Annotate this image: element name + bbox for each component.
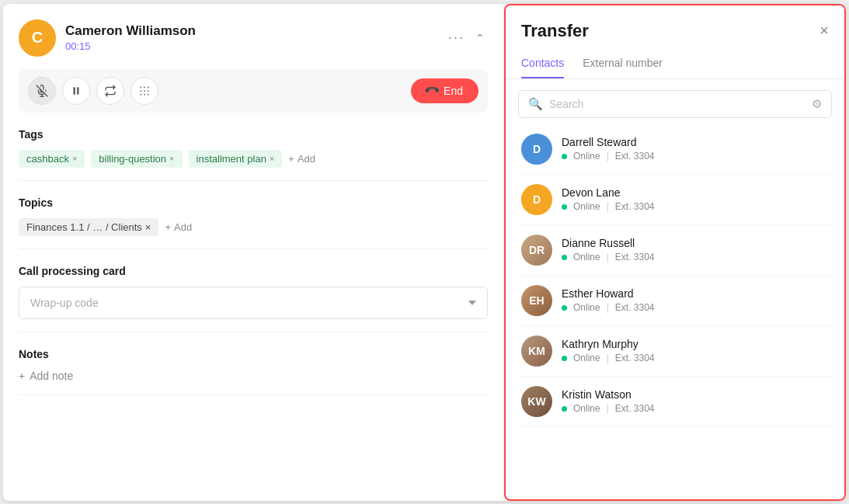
add-note-button[interactable]: + Add note [19, 370, 488, 382]
contact-avatar: KM [521, 335, 552, 367]
contact-info: Dianne RussellOnline|Ext. 3304 [562, 237, 829, 262]
tags-section: Tags cashback × billing-question × insta… [19, 128, 488, 181]
status-text: Online [573, 201, 600, 212]
search-input[interactable] [549, 98, 806, 110]
status-dot [562, 204, 567, 210]
tab-external-number[interactable]: External number [583, 50, 663, 78]
contact-ext: Ext. 3304 [615, 302, 655, 313]
contact-item-kathryn-murphy[interactable]: KMKathryn MurphyOnline|Ext. 3304 [518, 326, 832, 377]
svg-point-12 [144, 93, 145, 95]
wrap-up-select[interactable]: Wrap-up code [19, 287, 488, 319]
contact-info: Devon LaneOnline|Ext. 3304 [562, 186, 829, 212]
left-panel: C Cameron Williamson 00:15 ··· ⌃ [3, 4, 504, 501]
svg-point-7 [148, 86, 149, 88]
caller-info: C Cameron Williamson 00:15 [19, 19, 196, 57]
status-text: Online [573, 403, 600, 414]
more-options-button[interactable]: ··· [445, 26, 468, 49]
contact-name: Devon Lane [562, 186, 829, 199]
contact-item-dianne-russell[interactable]: DRDianne RussellOnline|Ext. 3304 [518, 225, 832, 276]
svg-point-10 [148, 90, 149, 92]
call-controls-bar: End [19, 69, 488, 113]
transfer-button[interactable] [96, 77, 124, 105]
avatar: C [19, 19, 56, 57]
status-dot [562, 406, 567, 412]
svg-point-6 [144, 86, 145, 88]
chevron-up-button[interactable]: ⌃ [472, 29, 488, 47]
contact-avatar: D [521, 134, 552, 165]
tag-cashback: cashback × [19, 150, 85, 168]
contacts-list: DDarrell StewardOnline|Ext. 3304DDevon L… [506, 124, 844, 499]
svg-point-9 [144, 90, 145, 92]
status-text: Online [573, 252, 600, 262]
search-bar: 🔍 ⚙ [518, 90, 832, 118]
contact-avatar: KW [521, 386, 552, 417]
add-tag-button[interactable]: + Add [288, 153, 315, 165]
tags-title: Tags [19, 128, 488, 141]
contact-status-row: Online|Ext. 3304 [562, 151, 829, 162]
topics-title: Topics [19, 196, 488, 209]
add-topic-button[interactable]: + Add [165, 221, 192, 233]
status-dot [562, 356, 567, 361]
remove-tag-billing[interactable]: × [169, 154, 174, 163]
notes-section: Notes + Add note [19, 348, 488, 395]
transfer-tabs: Contacts External number [506, 50, 844, 79]
contact-item-kristin-watson[interactable]: KWKristin WatsonOnline|Ext. 3304 [518, 377, 832, 427]
dialpad-button[interactable] [130, 77, 158, 105]
svg-point-11 [140, 93, 141, 95]
contact-info: Kathryn MurphyOnline|Ext. 3304 [562, 338, 829, 363]
svg-rect-3 [74, 87, 75, 94]
status-dot [562, 154, 567, 159]
mute-button[interactable] [28, 77, 56, 105]
contact-status-row: Online|Ext. 3304 [562, 353, 829, 363]
contact-ext: Ext. 3304 [615, 252, 655, 262]
transfer-panel: Transfer × Contacts External number 🔍 ⚙ … [504, 4, 846, 501]
end-call-button[interactable]: End [411, 78, 478, 103]
svg-point-13 [148, 93, 149, 95]
contact-item-esther-howard[interactable]: EHEsther HowardOnline|Ext. 3304 [518, 276, 832, 326]
contact-name: Kristin Watson [562, 388, 829, 401]
call-timer: 00:15 [65, 40, 196, 52]
contact-avatar: D [521, 184, 552, 215]
remove-topic[interactable]: × [145, 221, 151, 233]
contact-name: Darrell Steward [562, 136, 829, 148]
pause-button[interactable] [62, 77, 90, 105]
status-text: Online [573, 302, 600, 313]
status-dot [562, 305, 567, 311]
card-title: Call processing card [19, 265, 488, 277]
contact-name: Kathryn Murphy [562, 338, 829, 350]
contact-avatar: DR [521, 235, 552, 266]
contact-status-row: Online|Ext. 3304 [562, 302, 829, 313]
close-transfer-button[interactable]: × [819, 22, 829, 40]
call-processing-card-section: Call processing card Wrap-up code [19, 265, 488, 332]
contact-name: Esther Howard [562, 287, 829, 300]
remove-tag-cashback[interactable]: × [72, 154, 77, 163]
svg-point-5 [140, 86, 141, 88]
contact-ext: Ext. 3304 [615, 201, 655, 212]
tag-billing: billing-question × [91, 150, 182, 168]
caller-name: Cameron Williamson [65, 23, 196, 39]
transfer-title: Transfer [521, 21, 589, 41]
caller-header: C Cameron Williamson 00:15 ··· ⌃ [19, 19, 488, 57]
topics-row: Finances 1.1 / … / Clients × + Add [19, 218, 488, 236]
tag-installment: installment plan × [189, 150, 283, 168]
contact-info: Esther HowardOnline|Ext. 3304 [562, 287, 829, 313]
svg-point-8 [140, 90, 141, 92]
contact-ext: Ext. 3304 [615, 353, 655, 363]
status-text: Online [573, 353, 600, 363]
svg-rect-4 [77, 87, 78, 94]
contact-item-darrell-steward[interactable]: DDarrell StewardOnline|Ext. 3304 [518, 124, 832, 175]
topics-section: Topics Finances 1.1 / … / Clients × + Ad… [19, 196, 488, 249]
contact-status-row: Online|Ext. 3304 [562, 403, 829, 414]
contact-status-row: Online|Ext. 3304 [562, 252, 829, 262]
contact-info: Kristin WatsonOnline|Ext. 3304 [562, 388, 829, 414]
filter-icon[interactable]: ⚙ [812, 97, 822, 111]
tab-contacts[interactable]: Contacts [521, 50, 564, 78]
contact-info: Darrell StewardOnline|Ext. 3304 [562, 136, 829, 162]
status-text: Online [573, 151, 600, 162]
contact-name: Dianne Russell [562, 237, 829, 249]
contact-item-devon-lane[interactable]: DDevon LaneOnline|Ext. 3304 [518, 175, 832, 225]
remove-tag-installment[interactable]: × [270, 154, 274, 163]
topic-tag: Finances 1.1 / … / Clients × [19, 218, 158, 236]
tags-row: cashback × billing-question × installmen… [19, 150, 488, 168]
status-dot [562, 255, 567, 260]
